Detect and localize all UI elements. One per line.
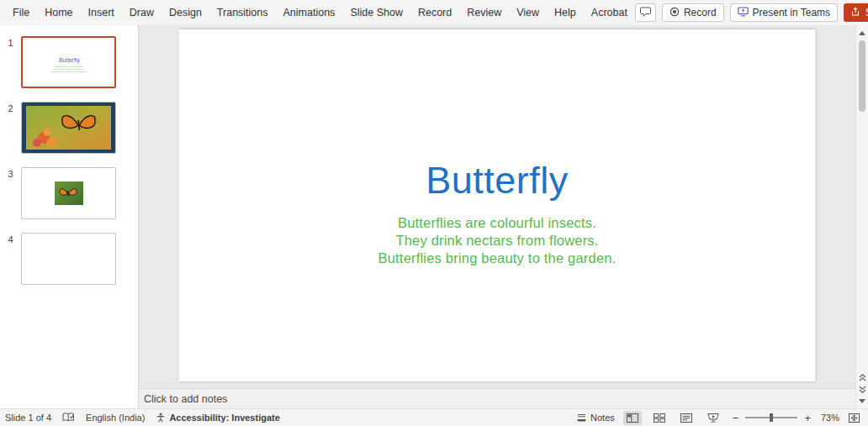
language-button[interactable]: English (India) xyxy=(86,413,145,423)
slide-thumbnail-4[interactable] xyxy=(21,233,116,285)
body-line: They drink nectars from flowers. xyxy=(179,232,816,250)
teams-monitor-icon xyxy=(738,7,749,19)
zoom-slider-thumb[interactable] xyxy=(770,413,773,422)
tab-review[interactable]: Review xyxy=(459,2,509,24)
thumbnail-row-3: 3 xyxy=(0,167,138,219)
tab-acrobat[interactable]: Acrobat xyxy=(584,2,635,24)
slide-number-1: 1 xyxy=(0,36,21,88)
slide-number-2: 2 xyxy=(0,102,21,154)
thumbnail-row-2: 2 xyxy=(0,102,138,154)
share-icon xyxy=(850,7,860,19)
record-icon xyxy=(670,7,680,19)
tab-view[interactable]: View xyxy=(509,2,547,24)
previous-slide-button[interactable] xyxy=(856,371,868,383)
slide-1-preview: Butterfly Butterflies are colourful inse… xyxy=(23,38,116,88)
normal-view-icon xyxy=(627,413,638,423)
scroll-up-arrow[interactable] xyxy=(856,27,868,39)
fit-slide-to-window-button[interactable] xyxy=(844,411,863,425)
fit-to-window-icon xyxy=(849,413,860,423)
tab-home[interactable]: Home xyxy=(37,2,80,24)
tab-slide-show[interactable]: Slide Show xyxy=(342,2,410,24)
slide-sorter-view-button[interactable] xyxy=(650,411,669,425)
mini-body-line: Butterflies bring beauty to the garden. xyxy=(23,70,116,72)
tab-draw[interactable]: Draw xyxy=(122,2,161,24)
scrollbar-thumb[interactable] xyxy=(859,40,865,112)
slide-workspace: Butterfly Butterflies are colourful inse… xyxy=(139,25,855,388)
tab-file[interactable]: File xyxy=(5,2,37,24)
slide-thumbnail-1[interactable]: Butterfly Butterflies are colourful inse… xyxy=(21,36,116,88)
present-in-teams-label: Present in Teams xyxy=(753,7,831,18)
spell-check-button[interactable] xyxy=(62,413,75,423)
mini-slide-title: Butterfly xyxy=(23,57,116,62)
slide-title-textbox[interactable]: Butterfly xyxy=(179,162,816,199)
comments-button[interactable] xyxy=(635,3,656,22)
zoom-slider[interactable] xyxy=(745,417,797,418)
mini-slide-1: Butterfly Butterflies are colourful inse… xyxy=(23,38,116,88)
vertical-scrollbar xyxy=(855,25,868,408)
next-slide-button[interactable] xyxy=(856,383,868,395)
main-content: 1 Butterfly Butterflies are colourful in… xyxy=(0,25,868,408)
body-line: Butterflies bring beauty to the garden. xyxy=(179,250,816,267)
tab-insert[interactable]: Insert xyxy=(81,2,122,24)
status-bar: Slide 1 of 4 English (India) Accessibili… xyxy=(0,408,868,426)
present-in-teams-button[interactable]: Present in Teams xyxy=(730,3,839,22)
status-left: Slide 1 of 4 English (India) Accessibili… xyxy=(5,413,280,423)
reading-view-icon xyxy=(680,413,692,423)
accessibility-label: Accessibility: Investigate xyxy=(169,413,279,423)
slide-canvas[interactable]: Butterfly Butterflies are colourful inse… xyxy=(179,29,816,381)
normal-view-button[interactable] xyxy=(623,411,642,425)
notes-placeholder: Click to add notes xyxy=(144,393,227,405)
slide-thumbnail-3[interactable] xyxy=(21,167,116,219)
comment-icon xyxy=(640,7,651,19)
accessibility-person-icon xyxy=(156,413,166,423)
thumbnail-row-4: 4 xyxy=(0,233,138,285)
spellcheck-book-icon xyxy=(62,413,75,423)
small-butterfly-image xyxy=(55,181,83,205)
notes-pane[interactable]: Click to add notes xyxy=(139,388,855,408)
slide-show-icon xyxy=(707,413,719,423)
ribbon-tab-bar: File Home Insert Draw Design Transitions… xyxy=(0,0,868,25)
reading-view-button[interactable] xyxy=(677,411,696,425)
body-line: Butterflies are colourful insects. xyxy=(179,214,816,232)
mini-slide-body: Butterflies are colourful insects. They … xyxy=(23,65,116,72)
slide-number-4: 4 xyxy=(0,233,21,285)
top-right-actions: Record Present in Teams Share ▾ xyxy=(635,3,868,22)
record-button[interactable]: Record xyxy=(662,3,724,22)
notes-toggle-label: Notes xyxy=(590,413,615,423)
slide-thumbnail-panel: 1 Butterfly Butterflies are colourful in… xyxy=(0,25,139,408)
status-right: Notes − + 73% xyxy=(576,411,863,425)
slide-editor: Butterfly Butterflies are colourful inse… xyxy=(139,25,855,408)
butterfly-photo-thumbnail xyxy=(22,103,115,153)
record-button-label: Record xyxy=(684,7,717,18)
zoom-level[interactable]: 73% xyxy=(818,413,839,423)
tab-transitions[interactable]: Transitions xyxy=(209,2,276,24)
slide-body-textbox[interactable]: Butterflies are colourful insects. They … xyxy=(179,214,816,266)
slide-indicator: Slide 1 of 4 xyxy=(5,413,51,423)
thumbnail-row-1: 1 Butterfly Butterflies are colourful in… xyxy=(0,36,138,88)
notes-toggle-button[interactable]: Notes xyxy=(576,413,615,423)
zoom-out-button[interactable]: − xyxy=(731,412,741,424)
slide-sorter-icon xyxy=(654,413,665,423)
menu-tabs: File Home Insert Draw Design Transitions… xyxy=(5,2,635,24)
zoom-in-button[interactable]: + xyxy=(802,412,812,424)
tab-record[interactable]: Record xyxy=(410,2,459,24)
powerpoint-window: File Home Insert Draw Design Transitions… xyxy=(0,0,868,426)
slide-number-3: 3 xyxy=(0,167,21,219)
tab-animations[interactable]: Animations xyxy=(276,2,343,24)
slide-thumbnail-2[interactable] xyxy=(21,102,116,154)
slide-show-button[interactable] xyxy=(704,411,722,425)
notes-icon xyxy=(576,413,587,422)
zoom-controls: − + 73% xyxy=(731,411,863,425)
tab-design[interactable]: Design xyxy=(161,2,209,24)
scroll-down-arrow[interactable] xyxy=(856,395,868,407)
share-button[interactable]: Share ▾ xyxy=(844,3,868,22)
accessibility-button[interactable]: Accessibility: Investigate xyxy=(156,413,279,423)
tab-help[interactable]: Help xyxy=(547,2,584,24)
